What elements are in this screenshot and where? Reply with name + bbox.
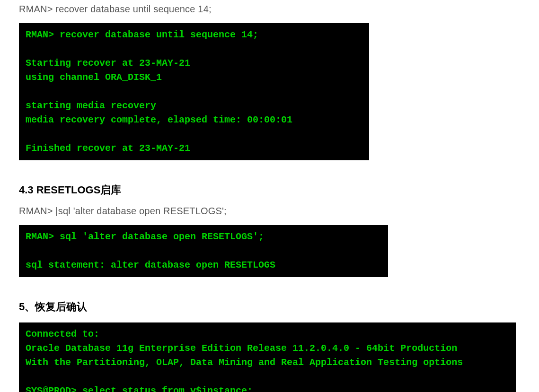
cmd-prefix: RMAN> xyxy=(19,206,55,216)
terminal-recover-output: RMAN> recover database until sequence 14… xyxy=(19,23,369,160)
heading-5: 5、恢复后确认 xyxy=(19,300,520,314)
heading-4-3: 4.3 RESETLOGS启库 xyxy=(19,183,520,197)
terminal-confirm-output: Connected to: Oracle Database 11g Enterp… xyxy=(19,322,516,392)
terminal-resetlogs-output: RMAN> sql 'alter database open RESETLOGS… xyxy=(19,225,388,277)
command-resetlogs-text: RMAN> |sql 'alter database open RESETLOG… xyxy=(19,206,520,217)
command-recover-text: RMAN> recover database until sequence 14… xyxy=(19,4,520,15)
cmd-rest: sql 'alter database open RESETLOGS'; xyxy=(58,206,227,216)
